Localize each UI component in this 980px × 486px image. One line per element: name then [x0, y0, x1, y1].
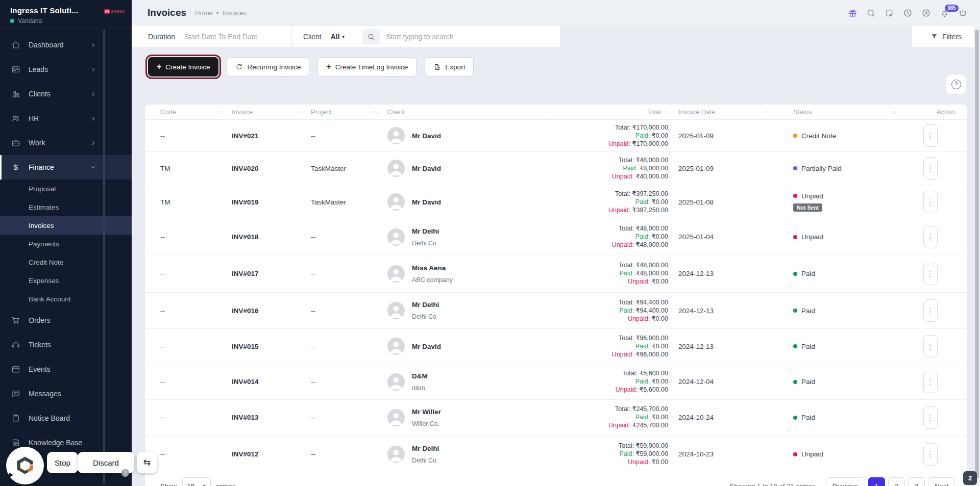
sidebar-item-messages[interactable]: Messages	[0, 381, 132, 406]
row-actions-button[interactable]: ⋮	[923, 124, 938, 147]
next-page-button[interactable]: Next	[928, 477, 955, 486]
sidebar-item-work[interactable]: Work ›	[0, 131, 132, 155]
column-header-invoice[interactable]: Invoice↑↓	[232, 108, 311, 116]
sort-icon[interactable]: ↑↓	[765, 109, 778, 115]
page-2-button[interactable]: 2	[888, 477, 905, 486]
cell-project: --	[311, 233, 387, 241]
plus-circle-icon[interactable]	[921, 8, 931, 18]
sidebar-scrollbar[interactable]	[103, 30, 105, 483]
recurring-invoice-button[interactable]: Recurring Invoice	[227, 57, 309, 76]
filters-button[interactable]: Filters	[912, 26, 980, 47]
cell-invoice-date: 2024-10-23	[668, 450, 778, 458]
swap-button[interactable]	[137, 452, 157, 473]
duration-range-input[interactable]	[184, 33, 291, 41]
page-scrollbar[interactable]	[974, 25, 980, 486]
sidebar-item-estimates[interactable]: Estimates	[0, 198, 132, 216]
cell-action: ⋮	[905, 226, 955, 248]
company-user: Vandana	[18, 17, 42, 24]
column-header-code[interactable]: Code↑↓	[160, 108, 232, 116]
cell-code: --	[160, 450, 232, 458]
calendar-icon	[11, 365, 20, 374]
sort-icon[interactable]: ↑↓	[218, 109, 232, 115]
table-row[interactable]: TM INV#019 TaskMaster Mr David Total: ₹3…	[145, 185, 967, 219]
row-actions-button[interactable]: ⋮	[923, 157, 938, 180]
client-select[interactable]: All ▾	[331, 33, 345, 41]
page-size-select[interactable]: 10▾	[182, 477, 211, 486]
cell-code: --	[160, 270, 232, 277]
breadcrumb-home[interactable]: Home	[195, 9, 213, 17]
sort-icon[interactable]: ↑↓	[374, 109, 387, 115]
search-icon[interactable]	[866, 8, 876, 18]
cell-invoice-date: 2025-01-09	[668, 132, 778, 140]
sidebar-item-orders[interactable]: Orders	[0, 308, 132, 332]
sidebar-item-finance[interactable]: $ Finance ›	[0, 155, 132, 180]
table-row[interactable]: -- INV#021 -- Mr David Total: ₹170,000.0…	[145, 120, 967, 152]
power-icon[interactable]	[958, 8, 968, 18]
table-row[interactable]: -- INV#017 -- Miss AenaABC company Total…	[145, 255, 967, 293]
cell-total: Total: ₹245,700.00 Paid: ₹0.00 Unpaid: ₹…	[561, 405, 668, 429]
sidebar-item-clients[interactable]: Clients ›	[0, 82, 132, 106]
row-actions-button[interactable]: ⋮	[923, 226, 938, 248]
sidebar-item-dashboard[interactable]: Dashboard ›	[0, 33, 132, 57]
row-actions-button[interactable]: ⋮	[923, 406, 938, 429]
gift-icon[interactable]	[848, 8, 857, 18]
sidebar-item-events[interactable]: Events	[0, 357, 132, 381]
sidebar-item-notice-board[interactable]: Notice Board	[0, 406, 132, 430]
company-logo: INGRESS	[104, 9, 125, 14]
row-actions-button[interactable]: ⋮	[923, 299, 938, 322]
previous-page-button[interactable]: Previous	[826, 477, 865, 486]
sidebar-item-payments[interactable]: Payments	[0, 235, 132, 253]
cell-total: Total: ₹48,000.00 Paid: ₹48,000.00 Unpai…	[561, 262, 668, 286]
column-header-status[interactable]: Status↑↓	[778, 108, 905, 116]
clipboard-icon	[11, 414, 20, 423]
row-actions-button[interactable]: ⋮	[923, 371, 938, 393]
cell-action: ⋮	[905, 157, 955, 180]
row-actions-button[interactable]: ⋮	[923, 191, 938, 213]
sticky-note-icon[interactable]	[885, 8, 894, 18]
page-1-button[interactable]: 1	[868, 477, 885, 486]
row-actions-button[interactable]: ⋮	[923, 335, 938, 357]
document-icon	[11, 438, 20, 447]
status-dot	[793, 272, 797, 276]
column-header-total[interactable]: Total↑↓	[561, 108, 668, 116]
create-timelog-invoice-button[interactable]: + Create TimeLog Invoice	[317, 57, 416, 76]
sidebar-item-leads[interactable]: Leads ›	[0, 57, 132, 82]
cell-status: Paid	[778, 378, 905, 386]
sort-icon[interactable]: ↑↓	[892, 109, 905, 115]
sort-icon[interactable]: ↑↓	[664, 109, 668, 115]
table-row[interactable]: -- INV#016 -- Mr DelhiDelhi Co Total: ₹9…	[145, 293, 967, 329]
table-row[interactable]: -- INV#018 -- Mr DelhiDelhi Co Total: ₹4…	[145, 219, 967, 255]
sidebar-item-credit-note[interactable]: Credit Note	[0, 253, 132, 271]
sidebar-item-bank-account[interactable]: Bank Account	[0, 290, 132, 308]
row-actions-button[interactable]: ⋮	[923, 443, 938, 466]
scrollbar-thumb[interactable]	[975, 30, 979, 478]
notifications-bell-icon[interactable]: 385	[940, 8, 949, 18]
help-button[interactable]: ?	[946, 74, 966, 94]
table-row[interactable]: -- INV#014 -- D&Md&m Total: ₹5,600.00 Pa…	[145, 364, 967, 400]
table-search-input[interactable]	[386, 33, 539, 41]
cell-code: TM	[160, 165, 232, 172]
sidebar-item-tickets[interactable]: Tickets	[0, 332, 132, 357]
table-row[interactable]: -- INV#015 -- Mr David Total: ₹96,000.00…	[145, 329, 967, 364]
clock-icon[interactable]	[903, 8, 913, 18]
export-button[interactable]: Export	[425, 57, 474, 76]
cell-total: Total: ₹170,000.00 Paid: ₹0.00 Unpaid: ₹…	[561, 124, 668, 148]
sidebar-item-proposal[interactable]: Proposal	[0, 180, 132, 198]
cell-client: Mr DelhiDelhi Co	[387, 445, 561, 464]
page-3-button[interactable]: 3	[908, 477, 925, 486]
column-header-client[interactable]: Client↑↓	[387, 108, 561, 116]
sort-icon[interactable]: ↑↓	[548, 109, 561, 115]
sidebar-item-hr[interactable]: HR ›	[0, 106, 132, 131]
column-header-invoice-date[interactable]: Invoice Date↑↓	[668, 108, 778, 116]
row-actions-button[interactable]: ⋮	[923, 263, 938, 285]
breadcrumb: Home • Invoices	[195, 9, 247, 17]
table-row[interactable]: -- INV#013 -- Mr WillerWiller Co. Total:…	[145, 400, 967, 436]
stop-button[interactable]: Stop	[47, 452, 78, 473]
column-header-project[interactable]: Project↑↓	[311, 108, 387, 116]
create-invoice-button[interactable]: + Create Invoice	[148, 57, 218, 76]
table-row[interactable]: -- INV#012 -- Mr DelhiDelhi Co Total: ₹5…	[145, 436, 967, 473]
sidebar-item-expenses[interactable]: Expenses	[0, 271, 132, 290]
sort-icon[interactable]: ↑↓	[298, 109, 311, 115]
table-row[interactable]: TM INV#020 TaskMaster Mr David Total: ₹4…	[145, 152, 967, 185]
sidebar-item-invoices[interactable]: Invoices	[0, 216, 132, 235]
